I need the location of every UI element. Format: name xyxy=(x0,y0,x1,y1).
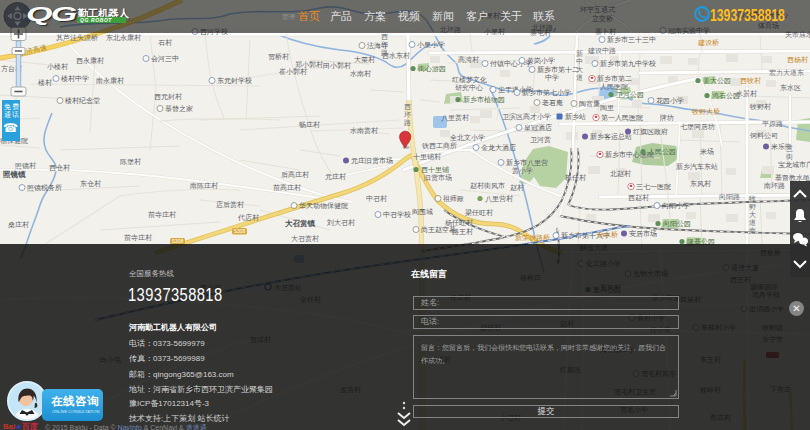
svg-text:前高庄村: 前高庄村 xyxy=(273,184,301,192)
svg-text:西永康村: 西永康村 xyxy=(76,56,104,65)
svg-text:付镇中心小学: 付镇中心小学 xyxy=(490,60,532,68)
svg-text:崔小郭村: 崔小郭村 xyxy=(279,68,307,76)
svg-text:八里营村: 八里营村 xyxy=(485,195,513,203)
svg-text:西环路: 西环路 xyxy=(404,103,411,127)
svg-text:贾桥村: 贾桥村 xyxy=(268,53,289,61)
svg-text:八里赏村: 八里赏村 xyxy=(441,114,469,122)
svg-text:红旗区政府: 红旗区政府 xyxy=(633,128,668,136)
svg-text:新乡市三十三中: 新乡市三十三中 xyxy=(607,35,656,44)
svg-text:水南赏村: 水南赏村 xyxy=(350,127,378,135)
svg-text:东仓村: 东仓村 xyxy=(80,180,101,188)
svg-text:旧货市场: 旧货市场 xyxy=(424,173,452,182)
svg-text:牧野村: 牧野村 xyxy=(749,103,771,111)
svg-text:水南村: 水南村 xyxy=(350,70,371,78)
svg-text:南陈庄村: 南陈庄村 xyxy=(190,182,218,190)
svg-text:会河三中: 会河三中 xyxy=(151,55,179,63)
svg-text:新乡市第九中学校: 新乡市第九中学校 xyxy=(600,59,656,68)
svg-text:宏力大道东: 宏力大道东 xyxy=(769,69,804,77)
svg-text:新乡站: 新乡站 xyxy=(565,112,586,121)
svg-text:照镜村: 照镜村 xyxy=(15,162,36,170)
svg-text:照镜镇: 照镜镇 xyxy=(3,170,26,179)
svg-text:三街: 三街 xyxy=(786,145,793,161)
svg-text:店后赏村: 店后赏村 xyxy=(216,200,244,209)
svg-text:新乡市第二: 新乡市第二 xyxy=(597,74,632,83)
svg-text:七堡同居坊: 七堡同居坊 xyxy=(680,123,715,131)
svg-text:红楼梦文化: 红楼梦文化 xyxy=(452,75,487,84)
svg-text:其芦洼头漂桥: 其芦洼头漂桥 xyxy=(56,34,98,42)
svg-text:南环路: 南环路 xyxy=(764,182,785,190)
svg-text:照镜税务所: 照镜税务所 xyxy=(27,184,62,192)
svg-text:西赵村: 西赵村 xyxy=(628,194,649,202)
svg-text:研究中心: 研究中心 xyxy=(455,84,483,92)
svg-text:尚王赵空墓: 尚王赵空墓 xyxy=(421,226,456,234)
svg-text:赵村街风市: 赵村街风市 xyxy=(470,181,505,190)
svg-text:新乡市第十二: 新乡市第十二 xyxy=(537,65,579,74)
svg-text:赏小学: 赏小学 xyxy=(512,167,533,175)
svg-text:刘大召村: 刘大召村 xyxy=(326,219,355,227)
svg-text:小星小学: 小星小学 xyxy=(417,41,445,48)
svg-text:楼村: 楼村 xyxy=(38,79,52,87)
svg-text:姜大公园: 姜大公园 xyxy=(703,76,731,85)
svg-text:西仓村: 西仓村 xyxy=(49,164,70,172)
svg-text:向阳小学: 向阳小学 xyxy=(662,202,690,210)
svg-text:慕替之家: 慕替之家 xyxy=(165,105,193,113)
svg-text:三七一医院: 三七一医院 xyxy=(636,183,671,191)
svg-text:楼村中学: 楼村中学 xyxy=(61,75,89,83)
svg-text:中召村: 中召村 xyxy=(366,195,387,203)
svg-text:街心游园: 街心游园 xyxy=(418,65,446,73)
svg-text:新乡汽车东站: 新乡汽车东站 xyxy=(676,162,718,171)
svg-text:宝龙城市广场: 宝龙城市广场 xyxy=(778,160,810,169)
svg-text:建设桥: 建设桥 xyxy=(697,39,719,47)
svg-text:阎围城: 阎围城 xyxy=(412,208,433,216)
svg-text:人民公园: 人民公园 xyxy=(648,148,676,156)
svg-text:田小郭村: 田小郭村 xyxy=(323,62,351,70)
svg-text:卫滨区高才小学: 卫滨区高才小学 xyxy=(502,112,551,121)
svg-text:卫河公园: 卫河公园 xyxy=(616,91,644,99)
svg-text:赵村: 赵村 xyxy=(510,184,524,192)
svg-text:陶里: 陶里 xyxy=(600,104,614,112)
svg-text:南永康村: 南永康村 xyxy=(96,76,124,85)
svg-text:前寺庄村: 前寺庄村 xyxy=(148,211,176,219)
svg-text:梁任旺村: 梁任旺村 xyxy=(465,208,493,217)
svg-text:高湾村: 高湾村 xyxy=(458,56,479,64)
svg-text:东元封学校: 东元封学校 xyxy=(217,77,252,84)
svg-text:前寺庄村: 前寺庄村 xyxy=(124,234,152,242)
svg-text:皇冠酒店: 皇冠酒店 xyxy=(524,123,552,132)
svg-text:华天动物保健院: 华天动物保健院 xyxy=(299,202,348,210)
svg-text:水景村: 水景村 xyxy=(736,90,757,98)
svg-text:后高庄村: 后高庄村 xyxy=(281,171,309,179)
svg-text:人民医院: 人民医院 xyxy=(600,83,628,91)
svg-text:金龙大酒店: 金龙大酒店 xyxy=(481,143,516,152)
svg-text:老君庵: 老君庵 xyxy=(542,99,563,107)
svg-text:元庄旧货市场: 元庄旧货市场 xyxy=(351,156,393,165)
svg-text:代店村: 代店村 xyxy=(237,213,259,222)
svg-text:新乡市第七小学: 新乡市第七小学 xyxy=(522,88,571,97)
svg-text:黄岗小学: 黄岗小学 xyxy=(527,57,555,65)
svg-text:元庄村: 元庄村 xyxy=(325,173,346,181)
svg-text:桑庄村: 桑庄村 xyxy=(8,221,29,229)
svg-text:北赵村: 北赵村 xyxy=(610,170,631,178)
svg-text:祖师殿: 祖师殿 xyxy=(443,195,464,202)
svg-text:安居市场: 安居市场 xyxy=(629,229,657,238)
svg-text:米场: 米场 xyxy=(700,148,714,156)
svg-text:小楼村: 小楼村 xyxy=(47,63,68,71)
svg-text:石村: 石村 xyxy=(158,39,172,47)
svg-text:大召赏村: 大召赏村 xyxy=(291,235,319,243)
svg-text:S308: S308 xyxy=(234,228,246,234)
svg-text:陶音廉: 陶音廉 xyxy=(579,100,600,108)
svg-text:全北文小学: 全北文小学 xyxy=(450,133,485,142)
svg-text:平原路: 平原路 xyxy=(762,120,783,128)
svg-text:新乡市八里营: 新乡市八里营 xyxy=(506,158,548,167)
svg-text:新乡市中心医院: 新乡市中心医院 xyxy=(605,150,654,159)
svg-text:东水区: 东水区 xyxy=(780,84,801,91)
svg-text:花园小学: 花园小学 xyxy=(656,97,684,105)
svg-text:西牧村: 西牧村 xyxy=(740,77,761,85)
svg-text:建设中路: 建设中路 xyxy=(587,47,616,55)
svg-text:东北永康村: 东北永康村 xyxy=(106,33,141,42)
svg-text:新乡市植物园: 新乡市植物园 xyxy=(463,95,505,104)
svg-text:饲料公司: 饲料公司 xyxy=(749,132,778,139)
svg-text:路王村: 路王村 xyxy=(452,228,473,236)
svg-text:牧野大道南: 牧野大道南 xyxy=(748,195,756,234)
svg-text:大栗村: 大栗村 xyxy=(354,56,375,64)
svg-text:中召学校: 中召学校 xyxy=(383,211,411,219)
